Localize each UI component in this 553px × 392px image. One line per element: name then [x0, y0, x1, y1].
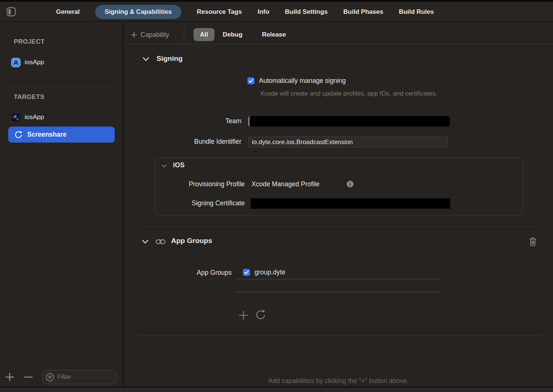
app-groups-field-label: App Groups	[124, 269, 232, 277]
info-icon[interactable]: i	[347, 181, 353, 187]
ios-box-title: iOS	[173, 161, 185, 169]
signing-collapse-chevron-icon[interactable]	[143, 57, 149, 61]
signing-certificate-label: Signing Certificate	[155, 199, 245, 207]
tab-build-phases[interactable]: Build Phases	[343, 8, 383, 16]
filter-icon	[45, 373, 55, 382]
section-divider	[137, 335, 543, 336]
window-bottom-bar	[0, 387, 553, 392]
auto-manage-signing-description: Xcode will create and update profiles, a…	[260, 89, 449, 99]
team-label: Team	[124, 117, 241, 125]
appstore-project-icon	[11, 58, 21, 67]
tab-info[interactable]: Info	[257, 8, 269, 16]
plus-icon	[131, 32, 137, 38]
editor-tab-bar: General Signing & Capabilities Resource …	[0, 2, 553, 22]
remove-target-button[interactable]	[23, 372, 34, 382]
project-name-label: iosApp	[25, 59, 44, 66]
ios-collapse-chevron-icon[interactable]	[162, 164, 167, 168]
toolbar-bottom-divider	[124, 44, 553, 44]
xcode-project-editor: General Signing & Capabilities Resource …	[0, 0, 553, 392]
scope-release[interactable]: Release	[262, 28, 286, 41]
add-app-group-button[interactable]	[238, 310, 248, 320]
tab-build-rules[interactable]: Build Rules	[399, 8, 434, 16]
filter-input[interactable]	[57, 373, 106, 381]
sidebar-divider	[7, 87, 116, 87]
team-popup-redacted[interactable]	[248, 116, 450, 127]
scope-all[interactable]: All	[194, 28, 214, 41]
tab-strip: General Signing & Capabilities Resource …	[56, 2, 434, 22]
add-capabilities-hint: Add capabilities by clicking the "+" but…	[124, 377, 553, 385]
auto-manage-signing-checkbox[interactable]	[247, 77, 254, 84]
toolbar-divider	[184, 26, 184, 42]
signing-certificate-value-redacted	[251, 198, 450, 209]
add-capability-label: Capability	[140, 31, 169, 39]
tab-build-settings[interactable]: Build Settings	[285, 8, 328, 16]
targets-section-header: TARGETS	[14, 93, 44, 101]
scope-debug[interactable]: Debug	[223, 28, 242, 41]
tab-signing-capabilities[interactable]: Signing & Capabilities	[95, 5, 181, 19]
delete-capability-trash-icon[interactable]	[529, 237, 537, 246]
tab-resource-tags[interactable]: Resource Tags	[197, 8, 242, 16]
add-capability-button[interactable]: Capability	[131, 28, 169, 41]
ios-platform-box: iOS Provisioning Profile Xcode Managed P…	[155, 158, 523, 215]
tab-general[interactable]: General	[56, 8, 80, 16]
sidebar-item-target-screenshare[interactable]: Screenshare	[8, 127, 115, 143]
app-group-checkbox[interactable]	[243, 269, 250, 276]
section-divider	[137, 227, 543, 227]
sidebar-item-target-iosapp[interactable]: iosApp	[11, 111, 44, 124]
app-groups-link-icon	[155, 239, 166, 245]
bundle-identifier-label: Bundle Identifier	[124, 138, 241, 146]
signing-capabilities-pane: Capability All Debug Release Signing Aut…	[124, 22, 553, 387]
target-name-label: iosApp	[25, 113, 44, 121]
provisioning-profile-value: Xcode Managed Profile	[251, 180, 319, 188]
targets-filter-field	[42, 370, 117, 384]
project-targets-sidebar: PROJECT iosApp TARGETS iosApp	[0, 22, 123, 387]
sidebar-item-project-iosapp[interactable]: iosApp	[11, 56, 44, 69]
sidebar-toggle-icon[interactable]	[7, 7, 16, 16]
signing-section-title: Signing	[157, 55, 183, 63]
app-groups-collapse-chevron-icon[interactable]	[142, 240, 148, 244]
broadcast-extension-icon	[14, 131, 22, 139]
provisioning-profile-label: Provisioning Profile	[155, 180, 245, 188]
project-section-header: PROJECT	[14, 38, 44, 46]
app-group-name: group.dyte	[254, 268, 285, 276]
list-row-divider	[236, 279, 440, 279]
add-target-button[interactable]	[4, 372, 15, 382]
app-groups-section-title: App Groups	[171, 237, 212, 245]
refresh-app-groups-button[interactable]	[255, 309, 266, 321]
list-row-divider	[236, 292, 440, 292]
bundle-identifier-field[interactable]: io.dyte.core.ios.BroadcastExtension	[248, 137, 448, 147]
auto-manage-signing-label: Automatically manage signing	[259, 77, 346, 85]
target-name-label: Screenshare	[27, 131, 67, 139]
app-target-icon	[11, 113, 21, 122]
